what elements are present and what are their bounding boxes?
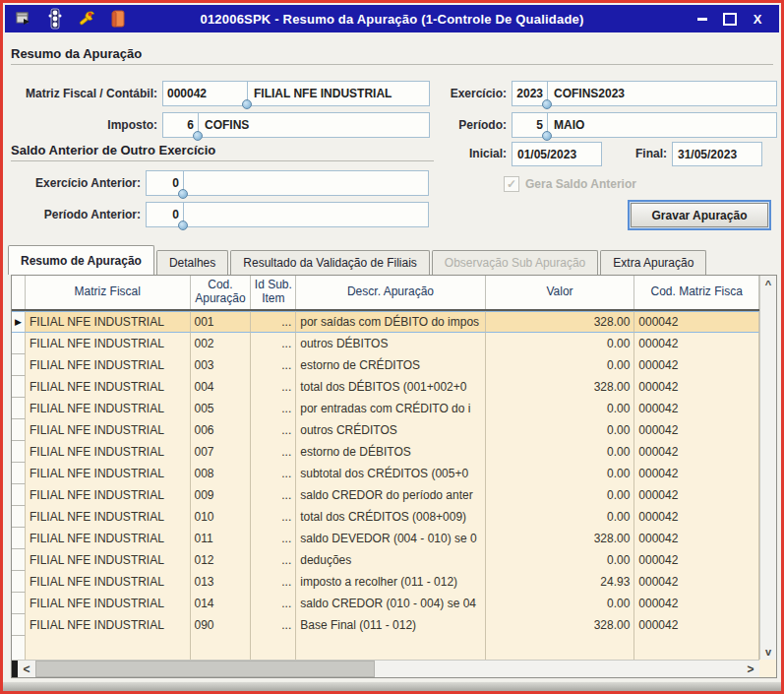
table-row[interactable]: ▶FILIAL NFE INDUSTRIAL001...por saídas c… — [12, 311, 759, 333]
cell-cod_matriz[interactable]: 000042 — [634, 593, 759, 614]
cell-cod_matriz[interactable]: 000042 — [634, 528, 759, 549]
column-header-2[interactable]: Id Sub. Item — [251, 276, 296, 309]
column-header-5[interactable]: Cod. Matriz Fisca — [634, 276, 759, 309]
cell-cod_matriz[interactable]: 000042 — [634, 506, 759, 528]
row-selector[interactable] — [12, 398, 26, 419]
selected-row-marker-icon[interactable]: ▶ — [12, 311, 26, 333]
row-selector[interactable] — [12, 376, 26, 398]
cell-valor[interactable]: 0.00 — [486, 549, 635, 571]
lookup-icon[interactable] — [542, 99, 552, 109]
cell-cod[interactable]: 006 — [191, 419, 252, 441]
wrench-icon[interactable] — [76, 8, 97, 30]
cell-cod_matriz[interactable]: 000042 — [634, 419, 759, 441]
cell-cod[interactable]: 013 — [191, 571, 252, 593]
tab-2[interactable]: Resultado da Validação de Filiais — [230, 250, 430, 275]
cell-descr[interactable]: saldo DEVEDOR (004 - 010) se 0 — [296, 528, 485, 549]
table-row[interactable]: FILIAL NFE INDUSTRIAL010...total dos CRÉ… — [12, 506, 759, 528]
minimize-button[interactable] — [691, 9, 714, 29]
cell-matriz[interactable]: FILIAL NFE INDUSTRIAL — [26, 441, 191, 463]
row-selector[interactable] — [12, 549, 26, 571]
cell-cod[interactable]: 005 — [191, 398, 252, 419]
book-icon[interactable] — [107, 8, 129, 30]
cell-idsub[interactable]: ... — [251, 571, 296, 593]
cell-cod[interactable]: 011 — [191, 528, 252, 549]
traffic-light-icon[interactable] — [44, 8, 66, 30]
cell-valor[interactable]: 0.00 — [486, 506, 635, 528]
row-selector[interactable] — [12, 593, 26, 614]
cell-idsub[interactable]: ... — [251, 463, 296, 484]
lookup-icon[interactable] — [242, 99, 252, 109]
row-selector[interactable] — [12, 571, 26, 593]
row-selector[interactable] — [12, 528, 26, 549]
table-row[interactable]: FILIAL NFE INDUSTRIAL014...saldo CREDOR … — [12, 593, 759, 614]
cell-valor[interactable]: 328.00 — [486, 376, 635, 398]
matriz-fiscal-field[interactable]: 000042 FILIAL NFE INDUSTRIAL — [162, 81, 430, 106]
cell-cod_matriz[interactable]: 000042 — [634, 311, 759, 333]
cell-cod_matriz[interactable]: 000042 — [634, 354, 759, 376]
column-header-0[interactable]: Matriz Fiscal — [26, 276, 191, 309]
row-selector[interactable] — [12, 506, 26, 528]
row-selector[interactable] — [12, 441, 26, 463]
cell-cod_matriz[interactable]: 000042 — [634, 333, 759, 354]
cell-cod[interactable]: 004 — [191, 376, 252, 398]
cell-descr[interactable]: total dos DÉBITOS (001+002+0 — [296, 376, 485, 398]
system-menu-icon[interactable] — [13, 8, 34, 30]
column-header-3[interactable]: Descr. Apuração — [296, 276, 485, 309]
scroll-up-icon[interactable]: ^ — [760, 276, 776, 292]
column-header-1[interactable]: Cod. Apuração — [191, 276, 252, 309]
cell-matriz[interactable]: FILIAL NFE INDUSTRIAL — [26, 354, 191, 376]
table-row[interactable]: FILIAL NFE INDUSTRIAL090...Base Final (0… — [12, 614, 759, 636]
cell-matriz[interactable]: FILIAL NFE INDUSTRIAL — [26, 549, 191, 571]
cell-idsub[interactable]: ... — [251, 593, 296, 614]
lookup-icon[interactable] — [178, 221, 188, 230]
maximize-button[interactable] — [718, 9, 742, 29]
lookup-icon[interactable] — [193, 131, 203, 141]
table-row[interactable]: FILIAL NFE INDUSTRIAL009...saldo CREDOR … — [12, 484, 759, 506]
cell-cod_matriz[interactable]: 000042 — [634, 614, 759, 636]
cell-cod_matriz[interactable]: 000042 — [634, 463, 759, 484]
cell-cod[interactable]: 001 — [191, 311, 252, 333]
inicial-date-field[interactable]: 01/05/2023 — [512, 142, 602, 166]
cell-descr[interactable]: outros DÉBITOS — [296, 333, 485, 354]
cell-cod[interactable]: 003 — [191, 354, 252, 376]
cell-descr[interactable]: saldo CREDOR (010 - 004) se 04 — [296, 593, 485, 614]
cell-cod[interactable]: 090 — [191, 614, 252, 636]
tab-1[interactable]: Detalhes — [156, 250, 228, 275]
exercicio-anterior-field[interactable]: 0 — [146, 170, 429, 196]
cell-matriz[interactable]: FILIAL NFE INDUSTRIAL — [26, 463, 191, 484]
row-selector[interactable] — [12, 614, 26, 636]
gravar-apuracao-button[interactable]: Gravar Apuração — [631, 203, 768, 227]
cell-cod[interactable]: 012 — [191, 549, 252, 571]
cell-valor[interactable]: 0.00 — [486, 333, 635, 354]
cell-descr[interactable]: estorno de CRÉDITOS — [296, 354, 485, 376]
lookup-icon[interactable] — [178, 189, 188, 199]
cell-descr[interactable]: imposto a recolher (011 - 012) — [296, 571, 485, 593]
imposto-field[interactable]: 6 COFINS — [162, 112, 430, 138]
row-selector[interactable] — [12, 333, 26, 354]
cell-valor[interactable]: 24.93 — [486, 571, 635, 593]
cell-idsub[interactable]: ... — [251, 311, 296, 333]
horizontal-scroll-track[interactable] — [375, 661, 742, 677]
tab-0[interactable]: Resumo de Apuração — [8, 245, 154, 275]
cell-matriz[interactable]: FILIAL NFE INDUSTRIAL — [26, 333, 191, 354]
cell-matriz[interactable]: FILIAL NFE INDUSTRIAL — [26, 614, 191, 636]
cell-valor[interactable]: 0.00 — [486, 419, 635, 441]
cell-valor[interactable]: 328.00 — [486, 311, 635, 333]
cell-valor[interactable]: 328.00 — [486, 528, 635, 549]
table-row[interactable]: FILIAL NFE INDUSTRIAL003...estorno de CR… — [12, 354, 759, 376]
cell-idsub[interactable]: ... — [251, 354, 296, 376]
cell-descr[interactable]: total dos CRÉDITOS (008+009) — [296, 506, 485, 528]
cell-matriz[interactable]: FILIAL NFE INDUSTRIAL — [26, 419, 191, 441]
cell-matriz[interactable]: FILIAL NFE INDUSTRIAL — [26, 593, 191, 614]
cell-idsub[interactable]: ... — [251, 419, 296, 441]
cell-matriz[interactable]: FILIAL NFE INDUSTRIAL — [26, 398, 191, 419]
cell-valor[interactable]: 0.00 — [486, 593, 635, 614]
horizontal-scrollbar[interactable]: < > — [12, 660, 759, 677]
cell-valor[interactable]: 0.00 — [486, 441, 635, 463]
cell-valor[interactable]: 328.00 — [486, 614, 635, 636]
cell-cod_matriz[interactable]: 000042 — [634, 441, 759, 463]
scroll-right-icon[interactable]: > — [742, 661, 759, 677]
cell-descr[interactable]: saldo CREDOR do período anter — [296, 484, 485, 506]
cell-cod[interactable]: 009 — [191, 484, 252, 506]
table-row[interactable]: FILIAL NFE INDUSTRIAL011...saldo DEVEDOR… — [12, 528, 759, 549]
